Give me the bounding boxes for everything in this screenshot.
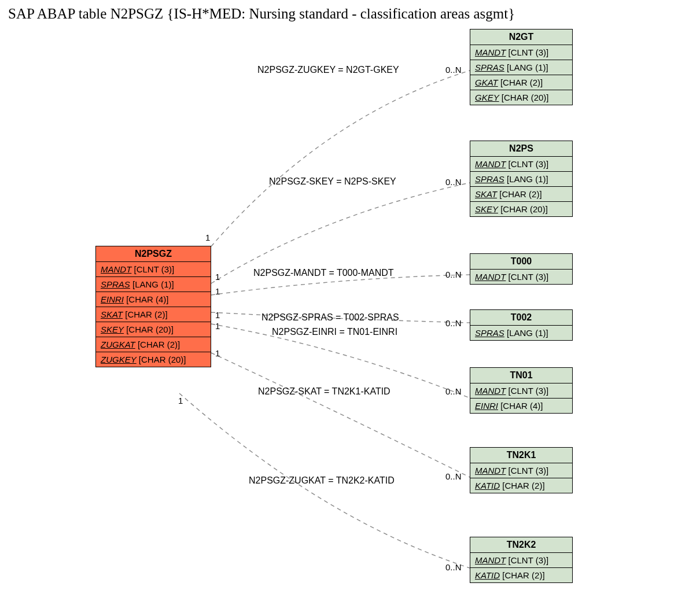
card-left: 1 [178, 396, 183, 405]
field-row: EINRI [CHAR (4)] [470, 399, 572, 413]
rel-label: N2PSGZ-EINRI = TN01-EINRI [272, 327, 397, 337]
entity-header: TN2K2 [470, 537, 572, 553]
page-title: SAP ABAP table N2PSGZ {IS-H*MED: Nursing… [8, 6, 515, 22]
entity-header: N2GT [470, 29, 572, 45]
card-left: 1 [215, 310, 220, 320]
rel-label: N2PSGZ-SKAT = TN2K1-KATID [258, 386, 390, 397]
entity-header: TN01 [470, 368, 572, 383]
field-row: MANDT [CLNT (3)] [470, 157, 572, 172]
field-row: SPRAS [LANG (1)] [470, 326, 572, 340]
entity-tn01: TN01MANDT [CLNT (3)]EINRI [CHAR (4)] [470, 367, 573, 414]
entity-n2ps: N2PSMANDT [CLNT (3)]SPRAS [LANG (1)]SKAT… [470, 141, 573, 217]
entity-header: T002 [470, 310, 572, 326]
field-row: EINRI [CHAR (4)] [96, 292, 211, 307]
field-row: MANDT [CLNT (3)] [470, 45, 572, 60]
field-row: MANDT [CLNT (3)] [470, 553, 572, 568]
card-left: 1 [215, 321, 220, 331]
rel-label: N2PSGZ-SPRAS = T002-SPRAS [261, 312, 399, 323]
field-row: MANDT [CLNT (3)] [96, 262, 211, 277]
card-right: 0..N [445, 318, 462, 328]
entity-t002: T002SPRAS [LANG (1)] [470, 309, 573, 341]
card-left: 1 [215, 348, 220, 358]
field-row: SKEY [CHAR (20)] [470, 202, 572, 216]
field-row: KATID [CHAR (2)] [470, 568, 572, 582]
entity-header: TN2K1 [470, 448, 572, 463]
field-row: MANDT [CLNT (3)] [470, 383, 572, 399]
field-row: SKEY [CHAR (20)] [96, 322, 211, 337]
card-left: 1 [205, 233, 210, 242]
rel-label: N2PSGZ-MANDT = T000-MANDT [253, 268, 394, 278]
card-right: 0..N [445, 270, 462, 279]
card-left: 1 [215, 272, 220, 282]
field-row: SPRAS [LANG (1)] [96, 277, 211, 292]
rel-label: N2PSGZ-ZUGKEY = N2GT-GKEY [257, 65, 399, 75]
field-row: ZUGKEY [CHAR (20)] [96, 352, 211, 367]
entity-n2gt: N2GTMANDT [CLNT (3)]SPRAS [LANG (1)]GKAT… [470, 29, 573, 105]
field-row: MANDT [CLNT (3)] [470, 463, 572, 478]
card-right: 0..N [445, 562, 462, 572]
entity-header: N2PS [470, 141, 572, 157]
entity-header: N2PSGZ [96, 246, 211, 262]
field-row: SKAT [CHAR (2)] [470, 187, 572, 202]
rel-label: N2PSGZ-ZUGKAT = TN2K2-KATID [249, 475, 395, 486]
field-row: KATID [CHAR (2)] [470, 478, 572, 493]
entity-tn2k2: TN2K2MANDT [CLNT (3)]KATID [CHAR (2)] [470, 537, 573, 583]
field-row: ZUGKAT [CHAR (2)] [96, 337, 211, 352]
card-right: 0..N [445, 65, 462, 75]
entity-header: T000 [470, 254, 572, 270]
card-right: 0..N [445, 471, 462, 481]
entity-t000: T000MANDT [CLNT (3)] [470, 253, 573, 285]
field-row: SPRAS [LANG (1)] [470, 172, 572, 187]
entity-tn2k1: TN2K1MANDT [CLNT (3)]KATID [CHAR (2)] [470, 447, 573, 493]
entity-n2psgz: N2PSGZ MANDT [CLNT (3)]SPRAS [LANG (1)]E… [95, 246, 211, 367]
field-row: MANDT [CLNT (3)] [470, 270, 572, 284]
rel-label: N2PSGZ-SKEY = N2PS-SKEY [269, 176, 396, 187]
field-row: SKAT [CHAR (2)] [96, 307, 211, 322]
field-row: GKAT [CHAR (2)] [470, 75, 572, 90]
field-row: SPRAS [LANG (1)] [470, 60, 572, 75]
card-right: 0..N [445, 386, 462, 396]
card-left: 1 [215, 286, 220, 296]
card-right: 0..N [445, 177, 462, 187]
field-row: GKEY [CHAR (20)] [470, 90, 572, 105]
